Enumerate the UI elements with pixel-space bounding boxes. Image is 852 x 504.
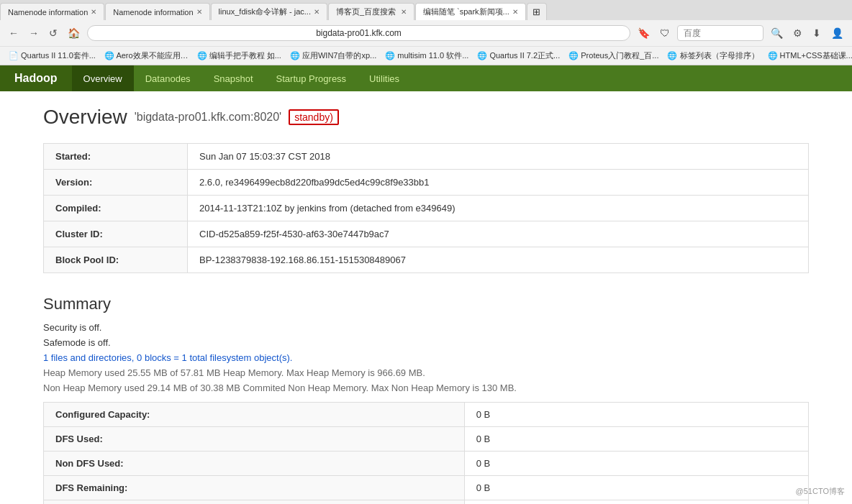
value-configured: 0 B	[464, 403, 808, 427]
label-dfs-remaining: DFS Remaining:	[44, 476, 465, 500]
home-button[interactable]: 🏠	[65, 26, 83, 40]
label-compiled: Compiled:	[44, 196, 188, 221]
overview-host: 'bigdata-pro01.kfk.com:8020'	[135, 111, 281, 124]
summary-row-configured: Configured Capacity: 0 B	[44, 403, 809, 427]
tab-1-close[interactable]: ✕	[91, 8, 96, 16]
standby-badge: standby)	[289, 109, 339, 125]
value-compiled: 2014-11-13T21:10Z by jenkins from (detac…	[188, 196, 809, 221]
address-bar: ← → ↺ 🏠 bigdata-pro01.kfk.com 🔖 🛡 🔍 ⚙ ⬇ …	[0, 20, 852, 46]
tab-3-title: linux_fdisk命令详解 - jac...	[219, 6, 311, 17]
info-table: Started: Sun Jan 07 15:03:37 CST 2018 Ve…	[43, 143, 809, 273]
bookmark-label-6: 🌐 Proteus入门教程_百...	[568, 50, 658, 61]
label-version: Version:	[44, 170, 188, 196]
nonheap-text: Non Heap Memory used 29.14 MB of 30.38 M…	[43, 382, 809, 393]
nav-utilities[interactable]: Utilities	[358, 65, 411, 91]
bookmark-label-0: Quartus II 11.0套件...	[21, 50, 96, 61]
tab-2-title: Namenode information	[113, 8, 193, 17]
label-non-dfs: Non DFS Used:	[44, 452, 465, 476]
label-started: Started:	[44, 144, 188, 170]
overview-title: Overview	[43, 106, 127, 129]
tab-1-title: Namenode information	[8, 8, 88, 17]
table-row-version: Version: 2.6.0, re3496499ecb8d220fba99dc…	[44, 170, 809, 196]
watermark: @51CTO博客	[796, 486, 845, 497]
value-block-pool: BP-1238379838-192.168.86.151-15153084890…	[188, 247, 809, 273]
summary-table: Configured Capacity: 0 B DFS Used: 0 B N…	[43, 402, 809, 504]
shield-icon[interactable]: 🛡	[657, 26, 673, 40]
files-text: 1 files and directories, 0 blocks = 1 to…	[43, 352, 809, 363]
bookmark-label-1: 🌐 Aero效果不能应用…	[104, 50, 189, 61]
nav-overview[interactable]: Overview	[72, 65, 134, 91]
table-row-started: Started: Sun Jan 07 15:03:37 CST 2018	[44, 144, 809, 170]
heap-text: Heap Memory used 25.55 MB of 57.81 MB He…	[43, 367, 809, 378]
summary-title: Summary	[43, 295, 809, 313]
bookmark-label-8: 🌐 HTML+CSS基础课...	[768, 50, 852, 61]
tab-2-close[interactable]: ✕	[196, 8, 202, 16]
nav-datanodes[interactable]: Datanodes	[134, 65, 202, 91]
hadoop-logo: Hadoop	[0, 65, 72, 91]
download-button[interactable]: ⬇	[810, 26, 824, 40]
summary-row-dfs-used-pct: DFS Used%: 100%	[44, 500, 809, 505]
label-cluster-id: Cluster ID:	[44, 221, 188, 247]
table-row-compiled: Compiled: 2014-11-13T21:10Z by jenkins f…	[44, 196, 809, 221]
value-dfs-remaining: 0 B	[464, 476, 808, 500]
bookmark-0[interactable]: 📄 Quartus II 11.0套件...	[6, 50, 99, 62]
page-title: Overview 'bigdata-pro01.kfk.com:8020' st…	[43, 106, 809, 129]
safemode-text: Safemode is off.	[43, 337, 809, 348]
value-started: Sun Jan 07 15:03:37 CST 2018	[188, 144, 809, 170]
nav-startup-progress[interactable]: Startup Progress	[265, 65, 358, 91]
label-dfs-used: DFS Used:	[44, 427, 465, 452]
value-non-dfs: 0 B	[464, 452, 808, 476]
bookmark-1[interactable]: 🌐 Aero效果不能应用…	[101, 50, 191, 62]
summary-row-dfs-used: DFS Used: 0 B	[44, 427, 809, 452]
bookmarks-bar: 📄 Quartus II 11.0套件... 🌐 Aero效果不能应用… 🌐 编…	[0, 46, 852, 65]
security-text: Security is off.	[43, 322, 809, 333]
main-content: Overview 'bigdata-pro01.kfk.com:8020' st…	[0, 91, 852, 504]
forward-button[interactable]: →	[26, 26, 42, 40]
tab-1[interactable]: Namenode information ✕	[0, 3, 104, 20]
bookmark-label-5: 🌐 Quartus II 7.2正式...	[477, 50, 560, 61]
bookmark-label-4: 🌐 multisim 11.0 软件...	[385, 50, 468, 61]
tab-4-close[interactable]: ✕	[401, 8, 407, 16]
summary-row-dfs-remaining: DFS Remaining: 0 B	[44, 476, 809, 500]
label-configured: Configured Capacity:	[44, 403, 465, 427]
back-button[interactable]: ←	[6, 26, 22, 40]
nav-items: Overview Datanodes Snapshot Startup Prog…	[72, 65, 411, 91]
tab-3[interactable]: linux_fdisk命令详解 - jac... ✕	[211, 3, 327, 20]
files-link[interactable]: 1 files and directories, 0 blocks = 1 to…	[43, 352, 292, 363]
search-input[interactable]	[677, 25, 763, 41]
search-button[interactable]: 🔍	[768, 26, 786, 40]
bookmark-4[interactable]: 🌐 multisim 11.0 软件...	[382, 50, 471, 62]
bookmark-5[interactable]: 🌐 Quartus II 7.2正式...	[474, 50, 563, 62]
tab-2[interactable]: Namenode information ✕	[105, 3, 209, 20]
bookmark-3[interactable]: 🌐 应用WIN7自带的xp...	[287, 50, 379, 62]
tab-4-title: 博客页_百度搜索	[336, 6, 398, 17]
user-button[interactable]: 👤	[828, 26, 846, 40]
table-row-block-pool: Block Pool ID: BP-1238379838-192.168.86.…	[44, 247, 809, 273]
tab-5[interactable]: 编辑随笔 `spark新闻项... ✕	[415, 3, 526, 20]
table-row-cluster-id: Cluster ID: CID-d525a859-f25f-4530-af63-…	[44, 221, 809, 247]
refresh-button[interactable]: ↺	[46, 26, 60, 40]
tab-5-close[interactable]: ✕	[512, 8, 518, 16]
bookmark-8[interactable]: 🌐 HTML+CSS基础课...	[765, 50, 852, 62]
value-dfs-used-pct: 100%	[464, 500, 808, 505]
tab-4[interactable]: 博客页_百度搜索 ✕	[328, 3, 414, 20]
bookmark-icon-0: 📄	[9, 51, 19, 60]
bookmark-label-7: 🌐 标签列表（字母排序）	[667, 50, 758, 61]
bookmark-label-3: 🌐 应用WIN7自带的xp...	[290, 50, 376, 61]
hadoop-nav: Hadoop Overview Datanodes Snapshot Start…	[0, 65, 852, 91]
bookmark-label-2: 🌐 编辑手把手教程 如...	[197, 50, 281, 61]
url-bar[interactable]: bigdata-pro01.kfk.com	[87, 25, 630, 41]
tab-3-close[interactable]: ✕	[314, 8, 320, 16]
bookmark-7[interactable]: 🌐 标签列表（字母排序）	[664, 50, 761, 62]
nav-snapshot[interactable]: Snapshot	[202, 65, 265, 91]
tools-button[interactable]: ⚙	[790, 26, 805, 40]
tab-new[interactable]: ⊞	[527, 3, 547, 20]
browser-chrome: Namenode information ✕ Namenode informat…	[0, 0, 852, 65]
bookmark-6[interactable]: 🌐 Proteus入门教程_百...	[566, 50, 661, 62]
value-cluster-id: CID-d525a859-f25f-4530-af63-30e7447b9ac7	[188, 221, 809, 247]
value-dfs-used: 0 B	[464, 427, 808, 452]
bookmark-2[interactable]: 🌐 编辑手把手教程 如...	[194, 50, 284, 62]
tab-bar: Namenode information ✕ Namenode informat…	[0, 0, 852, 20]
favorites-button[interactable]: 🔖	[635, 26, 653, 40]
label-dfs-used-pct: DFS Used%:	[44, 500, 465, 505]
